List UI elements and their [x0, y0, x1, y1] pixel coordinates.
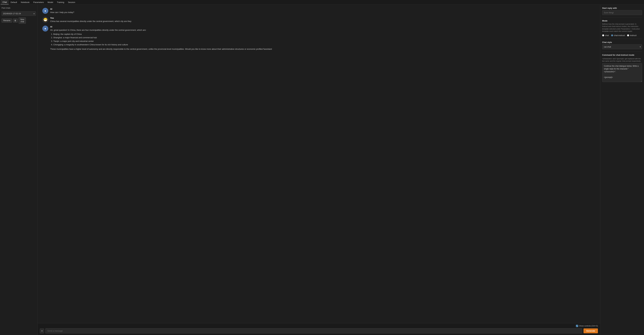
past-chat-select[interactable]: 20240420-17-52-24: [2, 11, 36, 16]
show-controls-label: Show controls (Ctrl+S): [579, 325, 598, 327]
message-outro-3: These municipalities have a higher level…: [50, 48, 596, 51]
top-nav: Chat Default Notebook Parameters Model T…: [0, 0, 644, 5]
message-intro-3: Ah, great question! In China, there are …: [50, 29, 146, 31]
list-item-2: Shanghai: a major financial and commerci…: [53, 36, 596, 39]
show-controls-checkbox[interactable]: [576, 325, 578, 327]
tab-training[interactable]: Training: [55, 0, 66, 5]
list-item-4: Chongqing: a megacity in southwestern Ch…: [53, 43, 596, 46]
tab-parameters[interactable]: Parameters: [31, 0, 46, 5]
main-layout: Past chats 20240420-17-52-24 Rename 🗑 Ne…: [0, 5, 644, 335]
avatar-ai-2: ●: [42, 26, 48, 32]
past-chats-label: Past chats: [2, 7, 36, 9]
start-reply-section: Start reply with: [602, 7, 642, 15]
tab-model[interactable]: Model: [46, 0, 55, 5]
chat-area: ● AI How can I help you today? 😷 You Chi…: [38, 5, 600, 335]
command-textarea[interactable]: Continue the chat dialogue below. Write …: [602, 63, 642, 82]
message-content-2: You China has several municipalities dir…: [50, 17, 596, 23]
mode-chat-radio[interactable]: [602, 34, 604, 36]
mode-instruct-label: instruct: [630, 34, 636, 37]
list-item-1: Beijing: the capital city of China: [53, 33, 596, 36]
mode-section: Mode Defines how the chat prompt is gene…: [602, 20, 642, 37]
mode-radio-instruct[interactable]: instruct: [627, 34, 636, 37]
generate-button[interactable]: Generate: [584, 328, 598, 333]
message-1: ● AI How can I help you today?: [42, 8, 596, 14]
hamburger-button[interactable]: ≡: [40, 328, 44, 333]
start-reply-input[interactable]: [602, 10, 642, 15]
chat-messages: ● AI How can I help you today? 😷 You Chi…: [38, 5, 600, 323]
message-text-2: China has several municipalities directl…: [50, 20, 596, 23]
mode-chat-instruct-radio[interactable]: [611, 34, 613, 36]
mode-radio-chat-instruct[interactable]: chat-instruct: [611, 34, 625, 37]
mode-chat-label: chat: [605, 34, 609, 37]
mode-instruct-radio[interactable]: [627, 34, 629, 36]
right-panel: Start reply with Mode Defines how the ch…: [600, 5, 644, 335]
chat-style-label: Chat style: [602, 41, 642, 44]
sidebar-buttons: Rename 🗑 New chat: [2, 18, 36, 24]
chat-style-section: Chat style cai-chat: [602, 41, 642, 49]
message-sender-1: AI: [50, 8, 596, 10]
message-content-1: AI How can I help you today?: [50, 8, 596, 14]
message-input[interactable]: [45, 328, 582, 333]
command-description: <|character|> and <|prompt|> get replace…: [602, 58, 642, 62]
new-chat-button[interactable]: New chat: [19, 18, 26, 24]
start-reply-label: Start reply with: [602, 7, 642, 9]
message-content-3: AI Ah, great question! In China, there a…: [50, 26, 596, 51]
input-row: ≡ Generate: [40, 328, 598, 333]
mode-radio-group: chat chat-instruct instruct: [602, 34, 642, 37]
past-chat-selector-wrapper: 20240420-17-52-24: [2, 11, 36, 16]
avatar-ai-1: ●: [42, 8, 48, 14]
command-label: Command for chat-instruct mode: [602, 54, 642, 56]
list-item-3: Tianjin: a major port city and industria…: [53, 40, 596, 43]
tab-default[interactable]: Default: [8, 0, 19, 5]
message-sender-3: AI: [50, 26, 596, 28]
message-text-3: Ah, great question! In China, there are …: [50, 29, 596, 51]
sidebar: Past chats 20240420-17-52-24 Rename 🗑 Ne…: [0, 5, 38, 335]
command-section: Command for chat-instruct mode <|charact…: [602, 54, 642, 82]
rename-button[interactable]: Rename: [2, 19, 12, 23]
delete-button[interactable]: 🗑: [13, 19, 18, 23]
chat-input-bar: Show controls (Ctrl+S) ≡ Generate: [38, 323, 600, 335]
show-controls-row: Show controls (Ctrl+S): [40, 325, 598, 327]
message-2: 😷 You China has several municipalities d…: [42, 17, 596, 23]
tab-notebook[interactable]: Notebook: [19, 0, 32, 5]
divider-1: [602, 17, 642, 18]
message-list-3: Beijing: the capital city of China Shang…: [50, 33, 596, 46]
tab-chat[interactable]: Chat: [1, 0, 8, 5]
chat-style-select-wrapper: cai-chat: [602, 44, 642, 49]
mode-radio-chat[interactable]: chat: [602, 34, 609, 37]
chat-style-select[interactable]: cai-chat: [602, 44, 642, 49]
tab-session[interactable]: Session: [66, 0, 77, 5]
message-sender-2: You: [50, 17, 596, 19]
message-text-1: How can I help you today?: [50, 11, 596, 14]
message-3: ● AI Ah, great question! In China, there…: [42, 26, 596, 51]
mode-description: Defines how the chat prompt is generated…: [602, 23, 642, 33]
avatar-user-1: 😷: [42, 17, 48, 23]
mode-label: Mode: [602, 20, 642, 22]
mode-chat-instruct-label: chat-instruct: [614, 34, 625, 37]
